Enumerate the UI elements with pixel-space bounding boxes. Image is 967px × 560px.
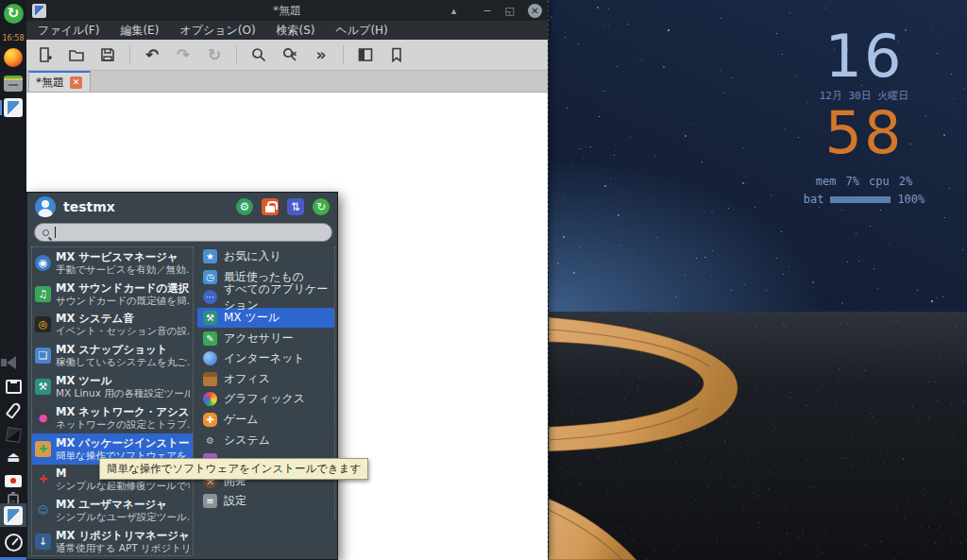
application-icon: ✚ — [35, 441, 51, 457]
system-monitor-launcher[interactable] — [3, 532, 24, 552]
session-action-button[interactable] — [262, 198, 279, 215]
application-list-item[interactable]: ♫ MX サウンドカードの選択 サウンドカードの既定値を簡... — [32, 279, 193, 310]
application-title: MX パッケージインストーラ — [56, 436, 190, 450]
tooltip: 簡単な操作でソフトウェアをインストールできます — [99, 458, 368, 480]
application-list-item[interactable]: ☺ MX ユーザマネージャ シンプルなユーザ設定ツール... — [32, 495, 193, 526]
application-list-item[interactable]: ↓ MX リポジトリマネージャ 通常使用する APT リポジトリ... — [32, 526, 193, 556]
side-pane-button[interactable] — [356, 45, 375, 64]
tab-bar: *無題 ✕ — [26, 71, 548, 93]
category-icon: ⚒ — [203, 311, 217, 325]
japan-flag-icon — [5, 475, 22, 487]
application-list-item[interactable]: ⚒ MX ツール MX Linux 用の各種設定ツール... — [32, 371, 193, 402]
system-stats: mem7% cpu2% — [803, 175, 925, 188]
category-list-item[interactable]: ✎ アクセサリー — [197, 328, 334, 348]
menubar-item[interactable]: ファイル(F) — [38, 23, 99, 39]
search-replace-button[interactable] — [280, 45, 299, 64]
firefox-launcher[interactable] — [3, 47, 24, 68]
input-method-tray-item[interactable] — [3, 470, 24, 491]
session-action-button[interactable]: ↻ — [313, 198, 330, 215]
speaker-icon — [7, 356, 16, 369]
ethernet-icon — [6, 380, 22, 394]
open-file-button[interactable] — [67, 45, 86, 64]
category-list-item[interactable]: インターネット — [197, 348, 334, 369]
lock-icon — [265, 206, 275, 212]
text-caret — [55, 227, 56, 238]
menubar-item[interactable]: オプション(O) — [179, 23, 255, 39]
tab-label: *無題 — [36, 75, 64, 91]
application-list-item[interactable]: ● MX ネットワーク・アシスタン... ネットワークの設定とトラブ... — [32, 402, 193, 433]
minimize-button[interactable]: − — [483, 5, 491, 17]
category-icon: ⋯ — [203, 290, 217, 304]
menu-bar: ファイル(F)編集(E)オプション(O)検索(S)ヘルプ(H) — [26, 21, 548, 40]
save-button[interactable] — [98, 45, 117, 64]
eject-tray-item[interactable]: ⏏ — [3, 447, 24, 467]
application-list-item[interactable]: ◎ MX システム音 イベント・セッション音の設... — [32, 310, 193, 341]
tab-untitled[interactable]: *無題 ✕ — [28, 71, 91, 93]
application-title: MX サウンドカードの選択 — [56, 281, 190, 295]
search-input[interactable] — [34, 223, 332, 242]
conky-clock-widget: 16 12月 30日 火曜日 58 mem7% cpu2% bat 100% — [803, 28, 925, 206]
new-file-button[interactable] — [36, 45, 55, 64]
category-list-item[interactable]: ✚ ゲーム — [197, 410, 334, 431]
file-manager-launcher[interactable] — [3, 73, 24, 93]
application-list-item[interactable]: ❏ MX スナップショット 稼働しているシステムを丸ご... — [32, 340, 193, 371]
volume-tray-item[interactable] — [3, 352, 24, 373]
menubar-item[interactable]: ヘルプ(H) — [336, 23, 388, 39]
application-list-item[interactable]: ◉ MX サービスマネージャ 手動でサービスを有効／無効... — [32, 247, 193, 279]
bat-label: bat — [804, 193, 824, 206]
user-avatar[interactable] — [35, 196, 56, 217]
category-label: システム — [224, 433, 270, 449]
clock-hour: 16 — [803, 28, 925, 85]
close-icon: ✕ — [73, 77, 80, 87]
category-icon: ✎ — [203, 331, 217, 346]
undo-button[interactable]: ↶ — [143, 45, 161, 64]
category-list-item[interactable]: ≡ 設定 — [197, 491, 334, 512]
window-titlebar[interactable]: *無題 ▴ − ◱ ✕ — [26, 0, 548, 21]
panel-clock[interactable]: 16:58 — [0, 34, 26, 42]
application-subtitle: シンプルなユーザ設定ツール... — [56, 511, 190, 523]
application-icon: ● — [35, 410, 51, 426]
paperclip-icon — [5, 401, 22, 419]
menubar-item[interactable]: 編集(E) — [120, 23, 159, 39]
category-icon: ◷ — [203, 270, 217, 284]
application-subtitle: ネットワークの設定とトラブ... — [56, 418, 190, 431]
taskbar-featherpad-button[interactable] — [0, 503, 26, 527]
application-menu: testmx ⚙ ⇅ ↻ — [26, 192, 338, 560]
maximize-button[interactable]: ◱ — [505, 5, 515, 17]
whisker-menu-button[interactable]: ↻ — [3, 3, 24, 24]
category-list-item[interactable]: グラフィックス — [197, 389, 334, 410]
firefox-icon — [4, 48, 23, 67]
category-label: グラフィックス — [224, 391, 305, 407]
battery-stats: bat 100% — [803, 193, 925, 206]
session-actions: ⚙ ⇅ ↻ — [236, 198, 330, 215]
shade-button[interactable]: ▴ — [451, 5, 457, 17]
menubar-item[interactable]: 検索(S) — [277, 23, 315, 39]
bookmark-button[interactable] — [387, 45, 406, 64]
network-tray-item[interactable] — [3, 376, 24, 397]
tab-close-button[interactable]: ✕ — [70, 76, 82, 89]
category-icon — [203, 351, 217, 365]
application-title: MX ツール — [56, 374, 190, 387]
featherpad-launcher[interactable] — [3, 97, 24, 118]
application-icon: ✚ — [35, 471, 51, 487]
reload-button[interactable]: ↻ — [205, 45, 224, 64]
session-action-button[interactable]: ⇅ — [287, 198, 304, 215]
taskbar-panel: ↻ 16:58 ⏏ ↯ — [0, 0, 26, 560]
application-icon: ◉ — [35, 255, 51, 271]
search-button[interactable] — [249, 45, 268, 64]
mx-logo-icon: ↻ — [4, 4, 24, 24]
category-icon — [203, 372, 217, 386]
gauge-icon — [5, 534, 23, 552]
more-tools-button[interactable]: » — [312, 45, 331, 64]
package-tray-item[interactable] — [3, 424, 24, 445]
session-action-icon: ↻ — [316, 200, 326, 213]
session-action-button[interactable]: ⚙ — [236, 198, 253, 215]
close-button[interactable]: ✕ — [528, 4, 542, 18]
category-label: お気に入り — [224, 248, 281, 264]
category-list-item[interactable]: ★ お気に入り — [197, 246, 334, 267]
clipboard-tray-item[interactable] — [3, 399, 24, 420]
category-list-item[interactable]: ⚙ システム — [197, 430, 334, 450]
redo-button[interactable]: ↷ — [174, 45, 193, 64]
category-list-item[interactable]: オフィス — [197, 369, 334, 390]
category-list-item[interactable]: ⋯ すべてのアプリケーション — [197, 287, 334, 308]
